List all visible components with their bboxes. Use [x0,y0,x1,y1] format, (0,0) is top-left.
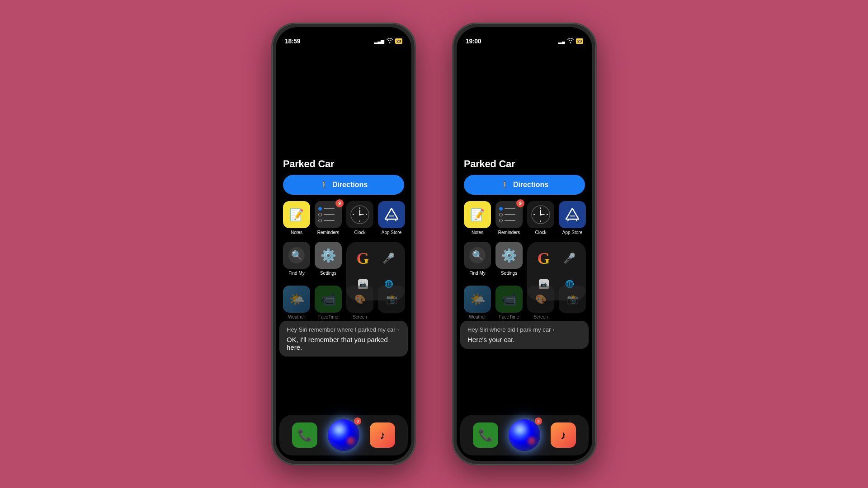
clock-label-right: Clock [535,230,546,235]
findmy-label-left: Find My [288,271,305,276]
app-appstore-right[interactable]: App Store [559,201,586,235]
scratch-icon-right: 🎨 [527,286,554,313]
signal-icon-left: ▂▄▆ [374,39,384,44]
app-reminders-right[interactable]: 9 Reminders [495,201,523,235]
facetime-label-left: FaceTime [318,314,338,319]
directions-button-right[interactable]: 🚶 Directions [464,175,585,195]
app-grid-row1-left: 📝 Notes 9 Reminders [283,201,404,235]
directions-button-left[interactable]: 🚶 Directions [283,175,404,195]
parked-car-title-left: Parked Car [283,158,334,170]
reminders-badge-right: 9 [516,199,524,207]
app-extra2-left[interactable]: 📸 [378,286,405,319]
clock-icon-right [527,201,554,228]
siri-badge-left: 3 [354,418,361,425]
walk-icon-right: 🚶 [500,181,509,189]
weather-label-left: Weather [288,314,305,319]
app-extra2-right[interactable]: 📸 [559,286,586,319]
app-reminders-left[interactable]: 9 Reminders [315,201,342,235]
siri-chevron-right: › [552,327,554,333]
findmy-icon-right: 🔍 [464,242,491,269]
phone-left: 18:59 ▂▄▆ 23 [271,23,416,465]
dynamic-island-right [506,32,542,44]
findmy-label-right: Find My [469,271,486,276]
directions-label-right: Directions [513,181,548,189]
music-dock-icon-left: ♪ [370,422,395,448]
phone-right: 19:00 ▂▄ 23 [452,23,597,465]
phone-dock-icon-left: 📞 [292,422,317,448]
phone-dock-icon-right: 📞 [473,422,498,448]
clock-svg-left [350,205,370,225]
status-bar-left: 18:59 ▂▄▆ 23 [276,27,411,50]
siri-orb-red-right [528,437,536,445]
phone-frame-right: 19:00 ▂▄ 23 [452,23,597,465]
status-icons-right: ▂▄ 23 [558,38,583,44]
status-bar-right: 19:00 ▂▄ 23 [457,27,592,50]
facetime-icon-right: 📹 [495,286,523,313]
dock-phone-left[interactable]: 📞 [292,422,317,448]
extra1-label-right: Screen [533,314,548,319]
appstore-label-left: App Store [382,230,401,235]
phone-frame-left: 18:59 ▂▄▆ 23 [271,23,416,465]
siri-orb-red-left [347,437,355,445]
appstore-icon-right [559,201,586,228]
app-extra1-right[interactable]: 🎨 Screen [527,286,554,319]
dynamic-island-left [326,32,362,44]
clock-svg-right [531,205,551,225]
weather-icon-left: 🌤️ [283,286,310,313]
status-time-right: 19:00 [466,38,481,45]
app-facetime-right[interactable]: 📹 FaceTime [495,286,523,319]
facetime-icon-left: 📹 [315,286,342,313]
phone-screen-right: 19:00 ▂▄ 23 [457,27,592,461]
reminders-icon-left: 9 [315,201,342,228]
status-icons-left: ▂▄▆ 23 [374,38,402,44]
dock-phone-right[interactable]: 📞 [473,422,498,448]
reminders-label-left: Reminders [317,230,339,235]
app-facetime-left[interactable]: 📹 FaceTime [315,286,342,319]
app-weather-right[interactable]: 🌤️ Weather [464,286,491,319]
reminders-icon-right: 9 [495,201,523,228]
wifi-icon-right [567,38,574,44]
svg-point-8 [359,214,361,216]
reminders-badge-left: 9 [335,199,344,207]
settings-label-left: Settings [320,271,336,276]
google-g-icon-left: G [356,249,369,268]
siri-orb-wrapper-left: 3 [328,419,359,451]
siri-response-left: OK, I'll remember that you parked here. [287,336,401,351]
app-notes-left[interactable]: 📝 Notes [283,201,310,235]
extra1-label-left: Screen [353,314,367,319]
notes-icon-left: 📝 [283,201,310,228]
app-extra1-left[interactable]: 🎨 Screen [346,286,373,319]
extra2-icon-right: 📸 [559,286,586,313]
app-clock-right[interactable]: Clock [527,201,554,235]
siri-orb-wrapper-right: 3 [509,419,540,451]
siri-badge-right: 3 [535,418,542,425]
battery-badge-right: 23 [576,38,583,44]
dock-music-left[interactable]: ♪ [370,422,395,448]
appstore-icon-left [378,201,405,228]
svg-point-18 [540,214,542,216]
findmy-inner-left: 🔍 [288,247,305,263]
siri-suggestion-left[interactable]: Hey Siri remember where I parked my car … [279,321,408,357]
screen-content-right: Parked Car 🚶 Directions 📝 Notes [457,52,592,461]
app-appstore-left[interactable]: App Store [378,201,405,235]
weather-icon-right: 🌤️ [464,286,491,313]
app-notes-right[interactable]: 📝 Notes [464,201,491,235]
app-weather-left[interactable]: 🌤️ Weather [283,286,310,319]
screen-content-left: Parked Car 🚶 Directions 📝 Notes [276,52,411,461]
siri-suggestion-right[interactable]: Hey Siri where did I park my car › Here'… [460,321,589,349]
battery-badge-left: 23 [395,38,402,44]
dock-siri-left[interactable]: 3 [328,419,359,451]
reminders-label-right: Reminders [498,230,520,235]
dock-music-right[interactable]: ♪ [551,422,576,448]
settings-icon-right: ⚙️ [495,242,523,269]
app-clock-left[interactable]: Clock [346,201,373,235]
status-time-left: 18:59 [285,38,300,45]
facetime-label-right: FaceTime [499,314,519,319]
settings-label-right: Settings [501,271,517,276]
signal-icon-right: ▂▄ [558,39,565,44]
dock-siri-right[interactable]: 3 [509,419,540,451]
wifi-icon-left [387,38,393,44]
weather-label-right: Weather [469,314,486,319]
findmy-icon-left: 🔍 [283,242,310,269]
dock-left: 📞 3 ♪ [279,415,408,455]
